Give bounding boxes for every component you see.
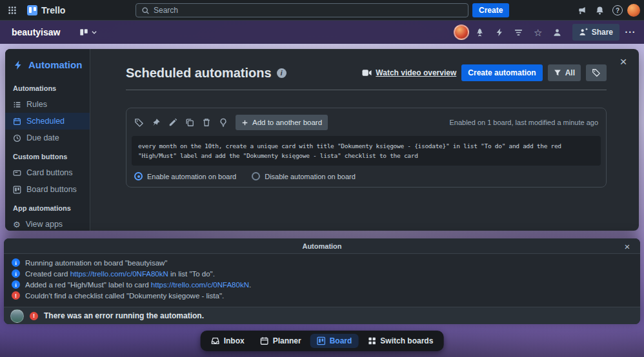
disable-automation-radio[interactable]: Disable automation on board — [252, 172, 356, 180]
share-label: Share — [592, 28, 613, 37]
sidebar-section-app-automations: App automations — [5, 198, 90, 216]
sidebar-item-card-buttons[interactable]: Card buttons — [5, 164, 90, 181]
automation-log-panel: Automation × i Running automation on boa… — [4, 238, 640, 324]
funnel-icon — [554, 69, 561, 77]
radio-selected-icon — [134, 172, 143, 180]
rule-enable-options: Enable automation on board Disable autom… — [132, 166, 601, 182]
board-name[interactable]: beautyisaw — [8, 24, 64, 40]
sidebar-item-view-apps[interactable]: ⚙ View apps — [5, 216, 90, 231]
copy-icon[interactable] — [185, 118, 194, 127]
close-icon: × — [619, 55, 627, 68]
sidebar-item-rules[interactable]: Rules — [5, 96, 90, 113]
power-ups-button[interactable] — [472, 24, 488, 41]
trash-icon[interactable] — [202, 118, 211, 127]
disable-automation-label: Disable automation on board — [265, 173, 356, 180]
trello-home-button[interactable]: Trello — [23, 4, 69, 17]
sidebar-item-scheduled[interactable]: Scheduled — [5, 113, 90, 130]
help-button[interactable]: ? — [609, 2, 626, 19]
page-title: Scheduled automations — [126, 66, 272, 81]
board-menu-button[interactable]: ··· — [622, 24, 639, 41]
pin-icon[interactable] — [152, 118, 161, 127]
filter-labels-button[interactable] — [586, 64, 607, 81]
log-entry: i Added a red "High/Must" label to card … — [12, 280, 632, 289]
trello-wordmark: Trello — [41, 5, 65, 15]
enable-automation-label: Enable automation on board — [147, 173, 236, 180]
user-avatar[interactable] — [627, 4, 640, 17]
info-circle-icon: i — [12, 269, 20, 278]
nav-switch-boards[interactable]: Switch boards — [361, 334, 439, 348]
nav-planner[interactable]: Planner — [254, 334, 308, 348]
tag-icon — [592, 68, 601, 77]
ellipsis-icon: ··· — [625, 27, 636, 37]
edit-pencil-icon[interactable] — [168, 118, 177, 127]
sidebar-item-label: Card buttons — [26, 168, 73, 177]
board-background: Trello Create ? — [0, 0, 644, 357]
log-text: Created card https://trello.com/c/0NFA80… — [25, 270, 215, 278]
trello-logo-icon — [27, 5, 37, 15]
add-to-board-label: Add to another board — [252, 119, 322, 126]
star-board-button[interactable]: ☆ — [530, 24, 547, 41]
card-icon — [13, 169, 21, 177]
lightbulb-icon[interactable] — [219, 118, 228, 127]
notifications-button[interactable] — [591, 2, 608, 19]
sidebar-item-board-buttons[interactable]: Board buttons — [5, 181, 90, 198]
log-entry: i Created card https://trello.com/c/0NFA… — [12, 269, 632, 278]
search-icon — [141, 6, 150, 15]
sidebar-item-due-date[interactable]: Due date — [5, 130, 90, 146]
card-link[interactable]: https://trello.com/c/0NFA80kN — [151, 281, 249, 289]
share-button[interactable]: Share — [572, 24, 619, 41]
create-button[interactable]: Create — [472, 3, 509, 17]
watch-video-link[interactable]: Watch video overview — [362, 68, 456, 77]
filters-button[interactable] — [510, 24, 527, 41]
nav-label: Planner — [273, 336, 301, 345]
announcements-button[interactable] — [573, 2, 590, 19]
radio-unselected-icon — [252, 172, 260, 180]
board-views-switcher[interactable] — [75, 25, 101, 39]
sidebar-item-label: Scheduled — [26, 117, 65, 126]
filter-all-button[interactable]: All — [548, 64, 581, 81]
megaphone-icon — [577, 6, 587, 15]
add-to-board-button[interactable]: Add to another board — [236, 115, 328, 130]
automation-sidebar-title: Automation — [28, 59, 82, 70]
sidebar-item-label: View apps — [26, 220, 63, 229]
planner-calendar-icon — [260, 336, 269, 345]
rule-toolbar: Add to another board Enabled on 1 board,… — [132, 113, 601, 136]
member-avatar[interactable] — [454, 24, 469, 40]
visibility-button[interactable] — [549, 24, 566, 41]
card-link[interactable]: https://trello.com/c/0NFA80kN — [70, 270, 168, 278]
rule-status-text: Enabled on 1 board, last modified a minu… — [449, 119, 598, 126]
search-bar[interactable] — [136, 3, 468, 17]
app-switcher-button[interactable] — [4, 2, 21, 19]
log-entry: ! Couldn't find a checklist called "Doku… — [12, 291, 632, 300]
board-icon — [13, 186, 21, 194]
automation-bolt-icon — [13, 60, 23, 70]
modal-close-button[interactable]: × — [614, 53, 632, 71]
automation-sidebar: Automation Automations Rules Scheduled — [5, 49, 90, 231]
automation-sidebar-header: Automation — [5, 54, 90, 78]
nav-inbox[interactable]: Inbox — [205, 334, 251, 348]
switch-boards-grid-icon — [367, 336, 376, 345]
filter-lines-icon — [514, 28, 523, 37]
nav-label: Board — [330, 336, 352, 345]
rocket-icon — [475, 28, 485, 37]
enable-automation-radio[interactable]: Enable automation on board — [134, 172, 236, 180]
board-header: beautyisaw — [0, 21, 644, 44]
sidebar-item-label: Board buttons — [26, 185, 77, 194]
sidebar-section-automations: Automations — [5, 78, 90, 96]
nav-board[interactable]: Board — [310, 334, 359, 348]
log-text: Couldn't find a checklist called "Dokume… — [25, 292, 224, 300]
automation-button[interactable] — [491, 24, 508, 41]
labels-icon[interactable] — [134, 118, 144, 128]
log-text: Added a red "High/Must" label to card ht… — [25, 281, 251, 289]
log-entry: i Running automation on board "beautyisa… — [12, 258, 632, 267]
log-close-button[interactable]: × — [619, 238, 635, 254]
bottom-nav: Inbox Planner Board Switch boards — [201, 331, 444, 351]
info-icon[interactable]: i — [277, 68, 287, 78]
search-input[interactable] — [154, 6, 463, 15]
app-grid-icon — [8, 6, 17, 15]
log-title: Automation — [302, 242, 341, 250]
rule-command-text[interactable]: every month on the 10th, create a unique… — [132, 136, 601, 166]
create-automation-button[interactable]: Create automation — [461, 64, 542, 81]
butler-avatar[interactable] — [10, 309, 24, 323]
chevron-down-icon — [91, 29, 97, 35]
